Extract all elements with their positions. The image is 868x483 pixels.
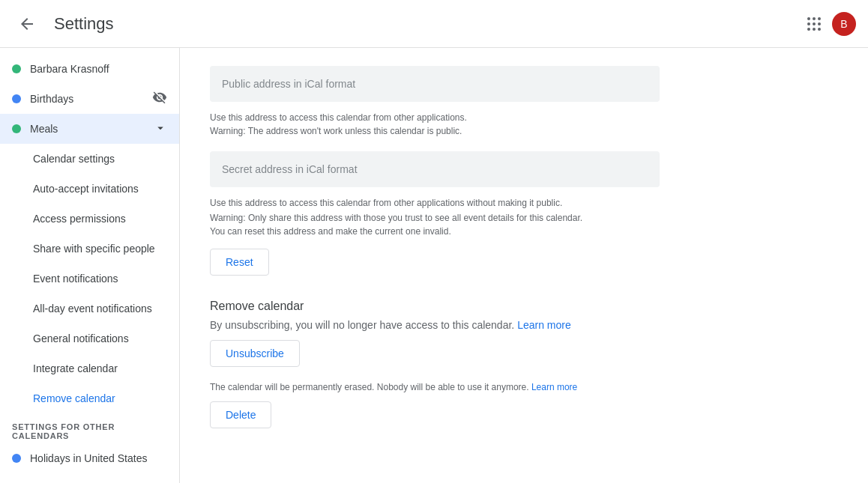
secret-address-warning: Warning: Only share this address with th… bbox=[210, 211, 838, 225]
sidebar-item-holidays-us[interactable]: Holidays in United States bbox=[0, 443, 179, 473]
unsubscribe-button[interactable]: Unsubscribe bbox=[210, 340, 300, 367]
sidebar-sub-item-auto-accept[interactable]: Auto-accept invitations bbox=[0, 174, 179, 204]
sub-item-calendar-settings-label: Calendar settings bbox=[33, 153, 115, 165]
sidebar-sub-item-access-permissions[interactable]: Access permissions bbox=[0, 204, 179, 234]
public-address-warning: Warning: The address won't work unless t… bbox=[210, 126, 838, 136]
sidebar-sub-item-share-specific[interactable]: Share with specific people bbox=[0, 234, 179, 264]
sidebar-sub-item-event-notifications[interactable]: Event notifications bbox=[0, 264, 179, 294]
avatar[interactable]: B bbox=[832, 12, 856, 36]
sub-item-share-specific-label: Share with specific people bbox=[33, 243, 155, 255]
sidebar-sub-item-general-notifications[interactable]: General notifications bbox=[0, 323, 179, 353]
sidebar-item-barbara[interactable]: Barbara Krasnoff bbox=[0, 54, 179, 84]
hide-icon bbox=[152, 90, 167, 109]
public-address-info: Use this address to access this calendar… bbox=[210, 111, 838, 124]
back-button[interactable] bbox=[12, 9, 42, 39]
public-address-field[interactable]: Public address in iCal format bbox=[210, 66, 660, 102]
sidebar-item-birthdays[interactable]: Birthdays bbox=[0, 84, 179, 114]
sub-item-integrate-calendar-label: Integrate calendar bbox=[33, 362, 118, 374]
erase-learn-more-link[interactable]: Learn more bbox=[531, 382, 577, 392]
sidebar-sub-item-calendar-settings[interactable]: Calendar settings bbox=[0, 144, 179, 174]
sidebar-sub-item-allday-notifications[interactable]: All-day event notifications bbox=[0, 294, 179, 323]
topbar: Settings B bbox=[0, 0, 868, 48]
sub-item-allday-notifications-label: All-day event notifications bbox=[33, 303, 152, 315]
sub-item-event-notifications-label: Event notifications bbox=[33, 273, 118, 285]
sidebar-sub-item-integrate-calendar[interactable]: Integrate calendar bbox=[0, 353, 179, 383]
secret-address-info: Use this address to access this calendar… bbox=[210, 196, 838, 210]
delete-button[interactable]: Delete bbox=[210, 401, 271, 428]
reset-button[interactable]: Reset bbox=[210, 249, 269, 276]
sidebar-sub-item-remove-calendar[interactable]: Remove calendar bbox=[0, 383, 179, 413]
sub-item-remove-calendar-label: Remove calendar bbox=[33, 392, 115, 404]
google-apps-button[interactable] bbox=[805, 15, 823, 33]
other-calendars-section-header: Settings for other calendars bbox=[0, 413, 179, 443]
sidebar-item-meals[interactable]: Meals bbox=[0, 114, 179, 144]
public-address-placeholder: Public address in iCal format bbox=[222, 78, 355, 90]
remove-calendar-title: Remove calendar bbox=[210, 300, 838, 313]
content-area: Public address in iCal format Use this a… bbox=[180, 48, 868, 483]
secret-address-reset-note: You can reset this address and make the … bbox=[210, 226, 838, 237]
sub-item-access-permissions-label: Access permissions bbox=[33, 213, 126, 225]
unsubscribe-desc: By unsubscribing, you will no longer hav… bbox=[210, 319, 838, 331]
sidebar-item-holidays-label: Holidays in United States bbox=[30, 452, 167, 464]
meals-expand-icon bbox=[154, 121, 167, 137]
barbara-dot bbox=[12, 64, 21, 73]
secret-address-field[interactable]: Secret address in iCal format bbox=[210, 151, 660, 187]
sub-item-general-notifications-label: General notifications bbox=[33, 332, 129, 344]
sidebar-item-barbara-label: Barbara Krasnoff bbox=[30, 63, 167, 75]
secret-address-placeholder: Secret address in iCal format bbox=[222, 163, 358, 175]
main-layout: Barbara Krasnoff Birthdays Meals C bbox=[0, 48, 868, 483]
sidebar: Barbara Krasnoff Birthdays Meals C bbox=[0, 48, 180, 483]
sidebar-item-birthdays-label: Birthdays bbox=[30, 93, 143, 105]
unsubscribe-learn-more-link[interactable]: Learn more bbox=[517, 319, 571, 331]
holidays-dot bbox=[12, 454, 21, 463]
sub-item-auto-accept-label: Auto-accept invitations bbox=[33, 183, 139, 195]
sidebar-item-meals-label: Meals bbox=[30, 123, 145, 135]
erase-text: The calendar will be permanently erased.… bbox=[210, 382, 838, 392]
page-title: Settings bbox=[54, 14, 114, 34]
birthdays-dot bbox=[12, 94, 21, 103]
meals-dot bbox=[12, 124, 21, 133]
